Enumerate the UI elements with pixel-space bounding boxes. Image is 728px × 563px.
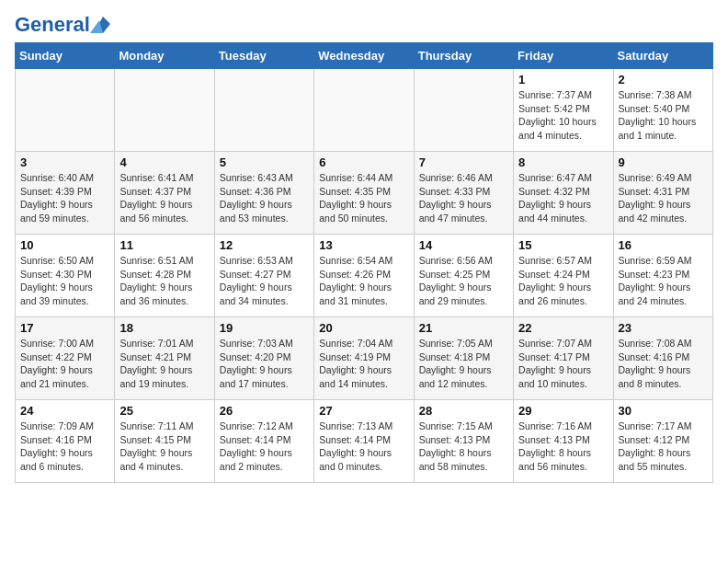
day-info: Sunrise: 7:15 AM Sunset: 4:13 PM Dayligh…	[419, 419, 508, 474]
day-info: Sunrise: 7:01 AM Sunset: 4:21 PM Dayligh…	[119, 337, 209, 391]
calendar-cell: 19Sunrise: 7:03 AM Sunset: 4:20 PM Dayli…	[214, 317, 313, 400]
calendar-week-row: 1Sunrise: 7:37 AM Sunset: 5:42 PM Daylig…	[16, 69, 713, 152]
day-info: Sunrise: 7:12 AM Sunset: 4:14 PM Dayligh…	[220, 419, 309, 474]
calendar-cell: 3Sunrise: 6:40 AM Sunset: 4:39 PM Daylig…	[16, 152, 115, 235]
calendar-cell: 7Sunrise: 6:46 AM Sunset: 4:33 PM Daylig…	[414, 152, 513, 235]
day-number: 5	[220, 155, 309, 169]
calendar-cell	[16, 69, 115, 152]
day-number: 30	[619, 404, 708, 418]
header: General	[15, 15, 713, 35]
day-info: Sunrise: 7:08 AM Sunset: 4:16 PM Dayligh…	[619, 337, 708, 391]
day-info: Sunrise: 7:38 AM Sunset: 5:40 PM Dayligh…	[619, 88, 708, 143]
day-number: 20	[319, 321, 408, 335]
day-info: Sunrise: 6:57 AM Sunset: 4:24 PM Dayligh…	[518, 254, 608, 308]
calendar-cell: 15Sunrise: 6:57 AM Sunset: 4:24 PM Dayli…	[514, 235, 613, 317]
day-number: 28	[419, 404, 508, 418]
calendar-cell: 11Sunrise: 6:51 AM Sunset: 4:28 PM Dayli…	[115, 235, 214, 317]
day-number: 1	[518, 73, 608, 86]
day-info: Sunrise: 6:51 AM Sunset: 4:28 PM Dayligh…	[119, 254, 209, 308]
calendar-cell: 1Sunrise: 7:37 AM Sunset: 5:42 PM Daylig…	[514, 69, 613, 152]
day-number: 17	[20, 321, 109, 335]
calendar-cell: 20Sunrise: 7:04 AM Sunset: 4:19 PM Dayli…	[314, 317, 414, 400]
calendar-week-row: 3Sunrise: 6:40 AM Sunset: 4:39 PM Daylig…	[16, 152, 713, 235]
calendar-cell: 8Sunrise: 6:47 AM Sunset: 4:32 PM Daylig…	[514, 152, 613, 235]
calendar-cell: 18Sunrise: 7:01 AM Sunset: 4:21 PM Dayli…	[115, 317, 214, 400]
day-info: Sunrise: 7:07 AM Sunset: 4:17 PM Dayligh…	[518, 337, 608, 391]
day-info: Sunrise: 7:05 AM Sunset: 4:18 PM Dayligh…	[419, 337, 508, 391]
calendar-cell: 9Sunrise: 6:49 AM Sunset: 4:31 PM Daylig…	[613, 152, 712, 235]
day-number: 16	[619, 238, 708, 252]
day-info: Sunrise: 6:41 AM Sunset: 4:37 PM Dayligh…	[119, 171, 209, 225]
day-number: 6	[319, 155, 408, 169]
calendar-header-row: SundayMondayTuesdayWednesdayThursdayFrid…	[16, 43, 713, 69]
day-header-thursday: Thursday	[414, 43, 513, 69]
day-info: Sunrise: 6:59 AM Sunset: 4:23 PM Dayligh…	[619, 254, 708, 308]
day-number: 10	[20, 238, 109, 252]
day-number: 7	[419, 155, 508, 169]
day-number: 29	[518, 404, 608, 418]
calendar-cell: 13Sunrise: 6:54 AM Sunset: 4:26 PM Dayli…	[314, 235, 414, 317]
day-number: 18	[119, 321, 209, 335]
calendar-cell	[414, 69, 513, 152]
calendar-cell: 17Sunrise: 7:00 AM Sunset: 4:22 PM Dayli…	[16, 317, 115, 400]
calendar-cell: 25Sunrise: 7:11 AM Sunset: 4:15 PM Dayli…	[115, 400, 214, 483]
day-info: Sunrise: 6:43 AM Sunset: 4:36 PM Dayligh…	[220, 171, 309, 225]
calendar-cell: 2Sunrise: 7:38 AM Sunset: 5:40 PM Daylig…	[613, 69, 712, 152]
day-info: Sunrise: 6:46 AM Sunset: 4:33 PM Dayligh…	[419, 171, 508, 225]
day-info: Sunrise: 7:03 AM Sunset: 4:20 PM Dayligh…	[220, 337, 309, 391]
calendar-cell: 6Sunrise: 6:44 AM Sunset: 4:35 PM Daylig…	[314, 152, 414, 235]
day-number: 22	[518, 321, 608, 335]
calendar-week-row: 10Sunrise: 6:50 AM Sunset: 4:30 PM Dayli…	[16, 235, 713, 317]
day-header-sunday: Sunday	[16, 43, 115, 69]
calendar-cell: 14Sunrise: 6:56 AM Sunset: 4:25 PM Dayli…	[414, 235, 513, 317]
day-number: 23	[619, 321, 708, 335]
day-info: Sunrise: 7:11 AM Sunset: 4:15 PM Dayligh…	[119, 419, 209, 474]
calendar-cell: 21Sunrise: 7:05 AM Sunset: 4:18 PM Dayli…	[414, 317, 513, 400]
day-header-tuesday: Tuesday	[214, 43, 313, 69]
calendar-cell: 24Sunrise: 7:09 AM Sunset: 4:16 PM Dayli…	[16, 400, 115, 483]
logo-icon	[90, 17, 110, 33]
calendar-cell: 4Sunrise: 6:41 AM Sunset: 4:37 PM Daylig…	[115, 152, 214, 235]
day-info: Sunrise: 6:50 AM Sunset: 4:30 PM Dayligh…	[20, 254, 109, 308]
day-number: 13	[319, 238, 408, 252]
calendar-week-row: 17Sunrise: 7:00 AM Sunset: 4:22 PM Dayli…	[16, 317, 713, 400]
day-info: Sunrise: 6:54 AM Sunset: 4:26 PM Dayligh…	[319, 254, 408, 308]
calendar-cell: 22Sunrise: 7:07 AM Sunset: 4:17 PM Dayli…	[514, 317, 613, 400]
day-number: 12	[220, 238, 309, 252]
day-info: Sunrise: 6:53 AM Sunset: 4:27 PM Dayligh…	[220, 254, 309, 308]
day-info: Sunrise: 7:17 AM Sunset: 4:12 PM Dayligh…	[619, 419, 708, 474]
day-info: Sunrise: 7:13 AM Sunset: 4:14 PM Dayligh…	[319, 419, 408, 474]
day-number: 11	[119, 238, 209, 252]
day-number: 14	[419, 238, 508, 252]
calendar-cell: 26Sunrise: 7:12 AM Sunset: 4:14 PM Dayli…	[214, 400, 313, 483]
day-number: 21	[419, 321, 508, 335]
calendar-week-row: 24Sunrise: 7:09 AM Sunset: 4:16 PM Dayli…	[16, 400, 713, 483]
calendar-cell: 5Sunrise: 6:43 AM Sunset: 4:36 PM Daylig…	[214, 152, 313, 235]
day-number: 4	[119, 155, 209, 169]
day-info: Sunrise: 7:00 AM Sunset: 4:22 PM Dayligh…	[20, 337, 109, 391]
calendar-cell: 27Sunrise: 7:13 AM Sunset: 4:14 PM Dayli…	[314, 400, 414, 483]
calendar-cell: 23Sunrise: 7:08 AM Sunset: 4:16 PM Dayli…	[613, 317, 712, 400]
calendar-cell: 12Sunrise: 6:53 AM Sunset: 4:27 PM Dayli…	[214, 235, 313, 317]
calendar-cell	[214, 69, 313, 152]
day-header-saturday: Saturday	[613, 43, 712, 69]
day-info: Sunrise: 6:47 AM Sunset: 4:32 PM Dayligh…	[518, 171, 608, 225]
day-number: 25	[119, 404, 209, 418]
calendar-cell: 28Sunrise: 7:15 AM Sunset: 4:13 PM Dayli…	[414, 400, 513, 483]
calendar-cell: 10Sunrise: 6:50 AM Sunset: 4:30 PM Dayli…	[16, 235, 115, 317]
calendar-cell	[314, 69, 414, 152]
calendar-cell	[115, 69, 214, 152]
day-header-monday: Monday	[115, 43, 214, 69]
day-number: 15	[518, 238, 608, 252]
day-info: Sunrise: 6:44 AM Sunset: 4:35 PM Dayligh…	[319, 171, 408, 225]
day-info: Sunrise: 6:40 AM Sunset: 4:39 PM Dayligh…	[20, 171, 109, 225]
day-info: Sunrise: 6:49 AM Sunset: 4:31 PM Dayligh…	[619, 171, 708, 225]
day-info: Sunrise: 7:16 AM Sunset: 4:13 PM Dayligh…	[518, 419, 608, 474]
day-number: 27	[319, 404, 408, 418]
day-info: Sunrise: 6:56 AM Sunset: 4:25 PM Dayligh…	[419, 254, 508, 308]
day-number: 3	[20, 155, 109, 169]
day-number: 19	[220, 321, 309, 335]
logo-general: General	[15, 13, 90, 36]
day-header-wednesday: Wednesday	[314, 43, 414, 69]
day-header-friday: Friday	[514, 43, 613, 69]
